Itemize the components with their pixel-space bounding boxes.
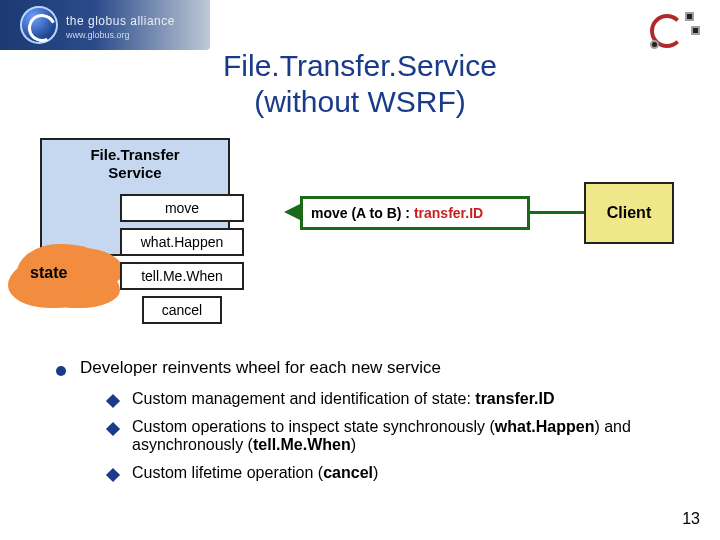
client-label: Client (607, 204, 651, 222)
message-prefix: move (A to B) : (311, 205, 414, 221)
bullet-list: Developer reinvents wheel for each new s… (0, 358, 720, 482)
service-caption-line-1: File.Transfer (90, 146, 179, 163)
message-return: transfer.ID (414, 205, 483, 221)
bullet-diamond-icon (106, 394, 120, 408)
op-cancel: cancel (142, 296, 222, 324)
ci-logo (646, 12, 696, 52)
operation-stack: move what.Happen tell.Me.When cancel (120, 194, 244, 330)
bullet-sub-2: Custom operations to inspect state synch… (108, 418, 680, 454)
arrow-left-icon (284, 204, 300, 220)
bullet-sub-1: Custom management and identification of … (108, 390, 680, 408)
bullet-main: Developer reinvents wheel for each new s… (56, 358, 680, 378)
op-whathappen: what.Happen (120, 228, 244, 256)
ci-dot-icon (685, 12, 694, 21)
state-cloud: state (16, 244, 116, 304)
globus-logo: the globus alliance www.globus.org (0, 0, 210, 50)
service-caption: File.Transfer Service (42, 140, 228, 182)
bullet-main-text: Developer reinvents wheel for each new s… (80, 358, 441, 378)
logo-url: www.globus.org (66, 30, 130, 40)
title-line-2: (without WSRF) (254, 85, 466, 118)
bullet-diamond-icon (106, 468, 120, 482)
bullet-sub-2-text: Custom operations to inspect state synch… (132, 418, 680, 454)
header: the globus alliance www.globus.org (0, 0, 720, 56)
arrow-line-icon (530, 211, 584, 214)
logo-text: the globus alliance (66, 14, 175, 28)
bullet-sub-1-text: Custom management and identification of … (132, 390, 554, 408)
ci-dot-icon (691, 26, 700, 35)
page-number: 13 (682, 510, 700, 528)
state-label: state (30, 264, 67, 282)
client-box: Client (584, 182, 674, 244)
op-tellmewhen: tell.Me.When (120, 262, 244, 290)
bullet-dot-icon (56, 366, 66, 376)
slide-title: File.Transfer.Service (without WSRF) (0, 48, 720, 120)
bullet-sub-3: Custom lifetime operation (cancel) (108, 464, 680, 482)
service-caption-line-2: Service (108, 164, 161, 181)
op-move: move (120, 194, 244, 222)
bullet-diamond-icon (106, 422, 120, 436)
diagram: File.Transfer Service state move what.Ha… (0, 138, 720, 358)
ci-dot-icon (650, 40, 659, 49)
message-box: move (A to B) : transfer.ID (300, 196, 530, 230)
globus-globe-icon (20, 6, 58, 44)
bullet-sub-3-text: Custom lifetime operation (cancel) (132, 464, 378, 482)
